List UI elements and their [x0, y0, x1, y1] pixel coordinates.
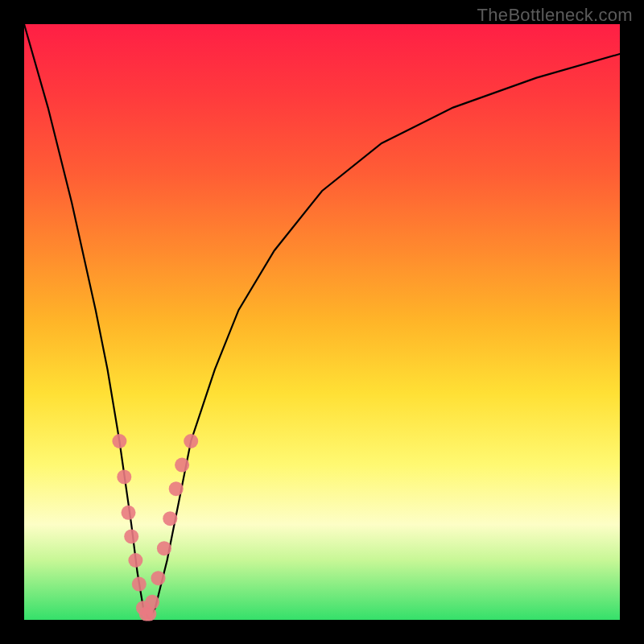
marker-dot: [169, 481, 184, 496]
marker-dot: [132, 577, 147, 592]
plot-area: [24, 24, 620, 620]
bottleneck-curve-path: [24, 24, 620, 620]
marker-dot: [122, 506, 136, 520]
marker-dot: [145, 595, 159, 609]
chart-frame: TheBottleneck.com: [0, 0, 644, 644]
marker-dot: [112, 434, 126, 448]
marker-dot: [151, 571, 166, 585]
marker-dot: [175, 458, 189, 473]
chart-svg: [24, 24, 620, 620]
marker-dot: [163, 511, 177, 526]
marker-dot: [124, 529, 138, 543]
marker-dot: [128, 553, 142, 568]
marker-dot: [184, 434, 198, 448]
marker-group: [112, 434, 198, 621]
watermark-text: TheBottleneck.com: [477, 5, 633, 26]
marker-dot: [117, 469, 131, 484]
marker-dot: [157, 541, 171, 555]
